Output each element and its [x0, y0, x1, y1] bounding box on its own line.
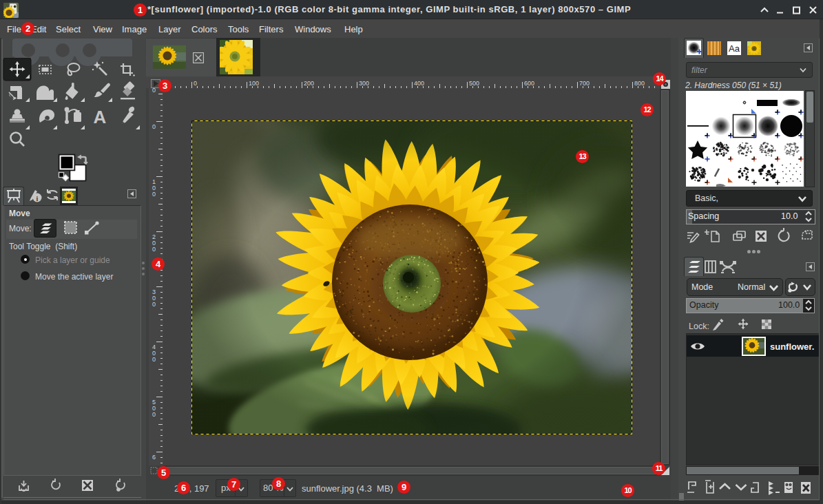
svg-text:0: 0: [152, 246, 156, 253]
svg-text:500: 500: [469, 80, 479, 87]
svg-text:800: 800: [634, 80, 645, 87]
svg-text:0: 0: [152, 87, 156, 94]
svg-text:400: 400: [414, 80, 424, 87]
svg-text:200: 200: [304, 80, 314, 87]
svg-text:600: 600: [524, 80, 534, 87]
svg-text:0: 0: [152, 123, 156, 130]
svg-text:0: 0: [152, 301, 156, 308]
svg-text:i: i: [37, 195, 39, 202]
svg-text:700: 700: [579, 80, 590, 87]
svg-text:0: 0: [194, 80, 197, 87]
svg-text:100: 100: [249, 80, 259, 87]
svg-text:300: 300: [359, 80, 369, 87]
svg-text:A: A: [94, 107, 107, 127]
svg-text:6: 6: [152, 454, 156, 461]
svg-text:0: 0: [152, 411, 156, 418]
svg-text:0: 0: [152, 356, 156, 363]
svg-text:Aa: Aa: [729, 43, 740, 54]
svg-text:0: 0: [152, 191, 156, 198]
